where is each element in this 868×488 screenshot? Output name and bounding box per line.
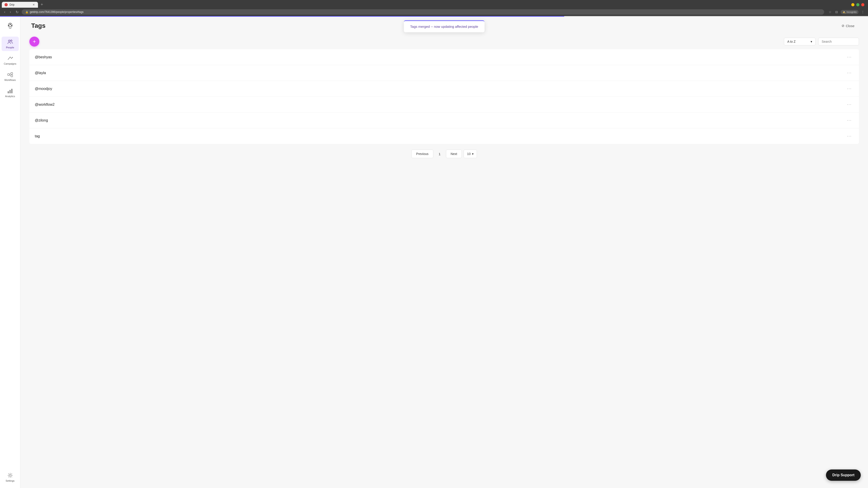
table-row[interactable]: @beshyas ··· — [29, 49, 859, 65]
toast-notification: Tags merged -- now updating affected peo… — [404, 20, 485, 32]
menu-button[interactable]: ⋮ — [860, 9, 865, 15]
tags-toolbar: + A to Z ▾ — [29, 33, 859, 49]
close-button[interactable]: ⊘ Close — [839, 22, 857, 29]
svg-rect-17 — [9, 90, 11, 93]
tag-name: tag — [35, 134, 40, 138]
sidebar-logo — [5, 20, 16, 31]
tab-favicon: D — [4, 3, 8, 6]
star-button[interactable]: ☆ — [828, 9, 833, 15]
tag-menu-button[interactable]: ··· — [845, 70, 854, 76]
close-label: Close — [846, 24, 855, 28]
workflows-icon — [7, 71, 13, 78]
svg-line-15 — [9, 74, 11, 76]
tag-menu-button[interactable]: ··· — [845, 117, 854, 124]
lock-icon: 🔒 — [25, 11, 29, 13]
incognito-label: Incognito — [846, 11, 857, 13]
table-row[interactable]: @layla ··· — [29, 65, 859, 81]
tag-menu-button[interactable]: ··· — [845, 86, 854, 92]
sort-label: A to Z — [787, 40, 796, 43]
sidebar-toggle-button[interactable]: ⊟ — [834, 9, 839, 15]
tag-name: @beshyas — [35, 55, 52, 59]
forward-button[interactable]: › — [8, 9, 12, 14]
next-button[interactable]: Next — [446, 150, 462, 158]
sort-chevron-icon: ▾ — [811, 40, 812, 43]
people-icon — [7, 39, 13, 45]
sidebar-item-settings[interactable]: Settings — [4, 470, 17, 484]
incognito-icon: 🕵 — [842, 11, 846, 13]
browser-chrome: D Drip ✕ + ‹ › ↻ 🔒 getdrip.com/7641396/p… — [0, 0, 868, 17]
table-row[interactable]: @zilong ··· — [29, 112, 859, 128]
settings-icon — [7, 472, 13, 479]
url-bar[interactable]: 🔒 getdrip.com/7641396/people/properties#… — [22, 9, 825, 15]
tab-bar: D Drip ✕ + — [0, 0, 868, 8]
maximize-button[interactable] — [856, 3, 860, 6]
current-page-number: 1 — [435, 149, 444, 158]
tag-menu-button[interactable]: ··· — [845, 101, 854, 108]
svg-rect-18 — [11, 89, 12, 93]
svg-rect-13 — [11, 75, 13, 77]
tag-name: @zilong — [35, 119, 48, 123]
tags-list: @beshyas ··· @layla ··· @moodjoy ··· @wo… — [29, 49, 859, 144]
previous-button[interactable]: Previous — [411, 150, 433, 158]
svg-point-10 — [12, 57, 13, 58]
sidebar: People Campaigns Workflow — [0, 17, 20, 488]
per-page-dropdown[interactable]: 10 ▾ — [464, 150, 477, 158]
new-tab-button[interactable]: + — [39, 1, 45, 8]
active-tab[interactable]: D Drip ✕ — [2, 2, 38, 8]
svg-point-3 — [9, 24, 11, 25]
address-bar: ‹ › ↻ 🔒 getdrip.com/7641396/people/prope… — [0, 8, 868, 16]
sidebar-item-people-label: People — [6, 46, 14, 49]
plus-icon: + — [33, 38, 36, 45]
svg-point-9 — [9, 40, 10, 41]
toolbar-right: A to Z ▾ — [784, 38, 859, 45]
tab-close-button[interactable]: ✕ — [32, 3, 35, 6]
svg-point-8 — [11, 40, 12, 41]
browser-actions: ☆ ⊟ 🕵 Incognito ⋮ — [826, 9, 865, 15]
svg-point-4 — [8, 25, 9, 26]
table-row[interactable]: tag ··· — [29, 128, 859, 144]
reload-button[interactable]: ↻ — [14, 9, 20, 15]
per-page-value: 10 — [467, 152, 471, 156]
minimize-button[interactable] — [851, 3, 855, 6]
search-input[interactable] — [818, 38, 859, 45]
sidebar-item-workflows-label: Workflows — [4, 78, 16, 81]
table-row[interactable]: @workflow2 ··· — [29, 97, 859, 112]
window-close-button[interactable] — [861, 3, 864, 6]
page-title: Tags — [31, 22, 45, 29]
sidebar-item-campaigns-label: Campaigns — [4, 62, 17, 65]
tag-menu-button[interactable]: ··· — [845, 54, 854, 60]
campaigns-icon — [7, 55, 13, 61]
incognito-badge: 🕵 Incognito — [841, 10, 859, 14]
url-text: getdrip.com/7641396/people/properties#ta… — [30, 10, 84, 13]
analytics-icon — [7, 88, 13, 94]
tags-area: + A to Z ▾ @beshyas ··· @layla — [20, 33, 868, 488]
per-page-chevron-icon: ▾ — [472, 152, 473, 156]
tag-menu-button[interactable]: ··· — [845, 133, 854, 139]
sidebar-item-analytics[interactable]: Analytics — [2, 86, 19, 100]
sidebar-item-people[interactable]: People — [2, 37, 19, 51]
add-tag-button[interactable]: + — [29, 37, 39, 46]
svg-text:D: D — [6, 4, 7, 5]
tag-name: @workflow2 — [35, 103, 55, 107]
sort-dropdown[interactable]: A to Z ▾ — [784, 38, 815, 45]
tag-name: @layla — [35, 71, 46, 75]
sidebar-item-analytics-label: Analytics — [5, 95, 15, 98]
drip-support-button[interactable]: Drip Support — [826, 469, 861, 481]
svg-rect-11 — [8, 74, 9, 75]
tab-title: Drip — [9, 3, 30, 6]
svg-point-5 — [11, 25, 12, 26]
toast-message: Tags merged -- now updating affected peo… — [410, 25, 478, 29]
svg-rect-12 — [11, 72, 13, 74]
window-controls — [851, 3, 866, 6]
svg-line-14 — [9, 73, 11, 74]
tag-name: @moodjoy — [35, 87, 52, 91]
main-content: Tags merged -- now updating affected peo… — [20, 17, 868, 488]
close-icon: ⊘ — [842, 24, 844, 28]
svg-rect-16 — [8, 91, 9, 93]
sidebar-item-workflows[interactable]: Workflows — [2, 69, 19, 84]
pagination: Previous 1 Next 10 ▾ — [29, 144, 859, 164]
sidebar-item-settings-label: Settings — [6, 480, 15, 482]
sidebar-item-campaigns[interactable]: Campaigns — [2, 53, 19, 67]
table-row[interactable]: @moodjoy ··· — [29, 81, 859, 97]
back-button[interactable]: ‹ — [3, 9, 6, 14]
